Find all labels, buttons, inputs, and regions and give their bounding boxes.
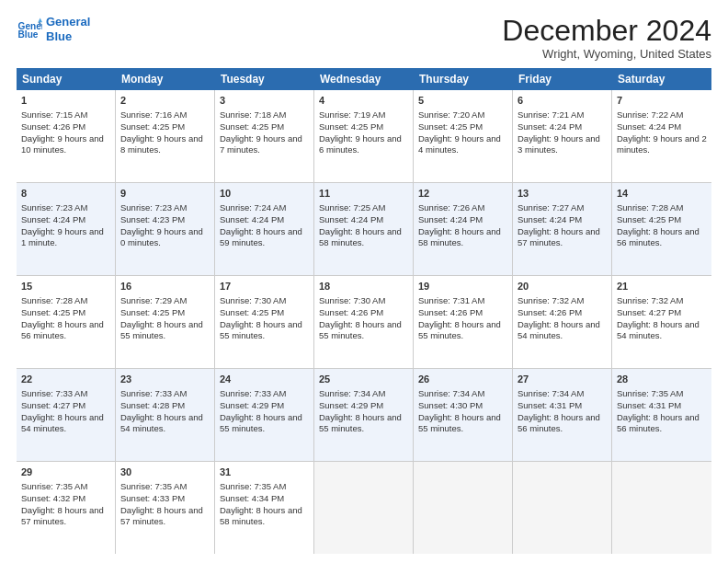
calendar-cell: 12Sunrise: 7:26 AMSunset: 4:24 PMDayligh…: [414, 183, 513, 275]
calendar-cell: 19Sunrise: 7:31 AMSunset: 4:26 PMDayligh…: [414, 276, 513, 368]
calendar-cell: [612, 462, 711, 554]
sunrise: Sunrise: 7:33 AM: [21, 388, 87, 398]
daylight: Daylight: 8 hours and 54 minutes.: [617, 319, 700, 341]
calendar-header-cell: Thursday: [414, 68, 513, 90]
sunset: Sunset: 4:25 PM: [418, 121, 483, 132]
day-number: 2: [120, 94, 210, 108]
daylight: Daylight: 9 hours and 10 minutes.: [21, 133, 104, 155]
sunset: Sunset: 4:24 PM: [518, 121, 582, 132]
day-number: 11: [319, 187, 408, 201]
daylight: Daylight: 9 hours and 6 minutes.: [319, 133, 402, 155]
daylight: Daylight: 8 hours and 55 minutes.: [418, 319, 501, 341]
day-number: 1: [21, 94, 110, 108]
calendar-cell: 24Sunrise: 7:33 AMSunset: 4:29 PMDayligh…: [215, 369, 314, 461]
day-number: 8: [21, 187, 110, 201]
sunset: Sunset: 4:27 PM: [21, 400, 85, 410]
logo-line1: General: [46, 15, 90, 29]
daylight: Daylight: 8 hours and 54 minutes.: [21, 412, 104, 434]
sunrise: Sunrise: 7:33 AM: [120, 388, 187, 398]
calendar: SundayMondayTuesdayWednesdayThursdayFrid…: [17, 68, 711, 554]
sunset: Sunset: 4:26 PM: [518, 307, 582, 317]
calendar-cell: 22Sunrise: 7:33 AMSunset: 4:27 PMDayligh…: [17, 369, 116, 461]
sunset: Sunset: 4:24 PM: [418, 214, 483, 224]
sunset: Sunset: 4:34 PM: [220, 493, 284, 503]
calendar-cell: [414, 462, 513, 554]
day-number: 22: [21, 373, 110, 386]
title-block: December 2024 Wright, Wyoming, United St…: [502, 15, 711, 61]
sunrise: Sunrise: 7:21 AM: [518, 109, 584, 120]
sunrise: Sunrise: 7:22 AM: [617, 109, 683, 120]
calendar-cell: 9Sunrise: 7:23 AMSunset: 4:23 PMDaylight…: [116, 183, 215, 275]
sunset: Sunset: 4:25 PM: [120, 307, 185, 317]
sunset: Sunset: 4:26 PM: [418, 307, 483, 317]
day-number: 3: [220, 94, 309, 108]
daylight: Daylight: 8 hours and 54 minutes.: [518, 319, 600, 341]
daylight: Daylight: 8 hours and 55 minutes.: [319, 412, 402, 434]
daylight: Daylight: 8 hours and 56 minutes.: [21, 319, 104, 341]
daylight: Daylight: 9 hours and 8 minutes.: [120, 133, 203, 155]
sunset: Sunset: 4:31 PM: [617, 400, 681, 410]
sunset: Sunset: 4:24 PM: [319, 214, 383, 224]
day-number: 21: [617, 280, 707, 293]
logo: General Blue General Blue: [17, 15, 90, 43]
sunset: Sunset: 4:25 PM: [617, 214, 681, 224]
calendar-header-cell: Saturday: [612, 68, 711, 90]
calendar-cell: 31Sunrise: 7:35 AMSunset: 4:34 PMDayligh…: [215, 462, 314, 554]
calendar-cell: 13Sunrise: 7:27 AMSunset: 4:24 PMDayligh…: [513, 183, 612, 275]
sunset: Sunset: 4:25 PM: [319, 121, 383, 132]
daylight: Daylight: 8 hours and 57 minutes.: [518, 226, 600, 248]
calendar-header-cell: Sunday: [17, 68, 116, 90]
sunrise: Sunrise: 7:23 AM: [21, 202, 87, 213]
subtitle: Wright, Wyoming, United States: [502, 47, 711, 61]
sunrise: Sunrise: 7:28 AM: [617, 202, 683, 213]
calendar-cell: 27Sunrise: 7:34 AMSunset: 4:31 PMDayligh…: [513, 369, 612, 461]
calendar-cell: [314, 462, 414, 554]
calendar-header-cell: Tuesday: [215, 68, 314, 90]
daylight: Daylight: 8 hours and 54 minutes.: [120, 412, 203, 434]
day-number: 12: [418, 187, 507, 201]
sunrise: Sunrise: 7:23 AM: [120, 202, 187, 213]
day-number: 5: [418, 94, 507, 108]
daylight: Daylight: 9 hours and 7 minutes.: [220, 133, 302, 155]
sunrise: Sunrise: 7:35 AM: [220, 481, 286, 491]
calendar-header: SundayMondayTuesdayWednesdayThursdayFrid…: [17, 68, 711, 90]
calendar-cell: 17Sunrise: 7:30 AMSunset: 4:25 PMDayligh…: [215, 276, 314, 368]
header: General Blue General Blue December 2024 …: [17, 15, 711, 61]
daylight: Daylight: 8 hours and 58 minutes.: [220, 505, 302, 527]
sunset: Sunset: 4:31 PM: [518, 400, 582, 410]
daylight: Daylight: 8 hours and 57 minutes.: [120, 505, 203, 527]
page: General Blue General Blue December 2024 …: [0, 0, 728, 563]
sunrise: Sunrise: 7:31 AM: [418, 295, 484, 305]
day-number: 25: [319, 373, 408, 386]
calendar-header-cell: Monday: [116, 68, 215, 90]
daylight: Daylight: 8 hours and 56 minutes.: [518, 412, 600, 434]
daylight: Daylight: 8 hours and 55 minutes.: [220, 412, 302, 434]
sunset: Sunset: 4:27 PM: [617, 307, 681, 317]
sunset: Sunset: 4:26 PM: [319, 307, 383, 317]
sunrise: Sunrise: 7:35 AM: [21, 481, 87, 491]
calendar-cell: 6Sunrise: 7:21 AMSunset: 4:24 PMDaylight…: [513, 90, 612, 182]
calendar-cell: 18Sunrise: 7:30 AMSunset: 4:26 PMDayligh…: [314, 276, 414, 368]
sunset: Sunset: 4:23 PM: [120, 214, 185, 224]
daylight: Daylight: 9 hours and 4 minutes.: [418, 133, 501, 155]
sunrise: Sunrise: 7:26 AM: [418, 202, 484, 213]
sunset: Sunset: 4:25 PM: [220, 307, 284, 317]
calendar-row: 22Sunrise: 7:33 AMSunset: 4:27 PMDayligh…: [17, 369, 711, 462]
calendar-header-cell: Friday: [513, 68, 612, 90]
sunrise: Sunrise: 7:18 AM: [220, 109, 286, 120]
day-number: 31: [220, 465, 309, 479]
sunrise: Sunrise: 7:20 AM: [418, 109, 484, 120]
calendar-body: 1Sunrise: 7:15 AMSunset: 4:26 PMDaylight…: [17, 90, 711, 554]
day-number: 20: [518, 280, 607, 293]
sunset: Sunset: 4:30 PM: [418, 400, 483, 410]
day-number: 28: [617, 373, 707, 386]
calendar-cell: 28Sunrise: 7:35 AMSunset: 4:31 PMDayligh…: [612, 369, 711, 461]
calendar-cell: 1Sunrise: 7:15 AMSunset: 4:26 PMDaylight…: [17, 90, 116, 182]
calendar-cell: 8Sunrise: 7:23 AMSunset: 4:24 PMDaylight…: [17, 183, 116, 275]
daylight: Daylight: 8 hours and 55 minutes.: [418, 412, 501, 434]
day-number: 29: [21, 465, 110, 479]
sunset: Sunset: 4:29 PM: [319, 400, 383, 410]
daylight: Daylight: 9 hours and 1 minute.: [21, 226, 104, 248]
calendar-cell: 4Sunrise: 7:19 AMSunset: 4:25 PMDaylight…: [314, 90, 414, 182]
daylight: Daylight: 8 hours and 59 minutes.: [220, 226, 302, 248]
